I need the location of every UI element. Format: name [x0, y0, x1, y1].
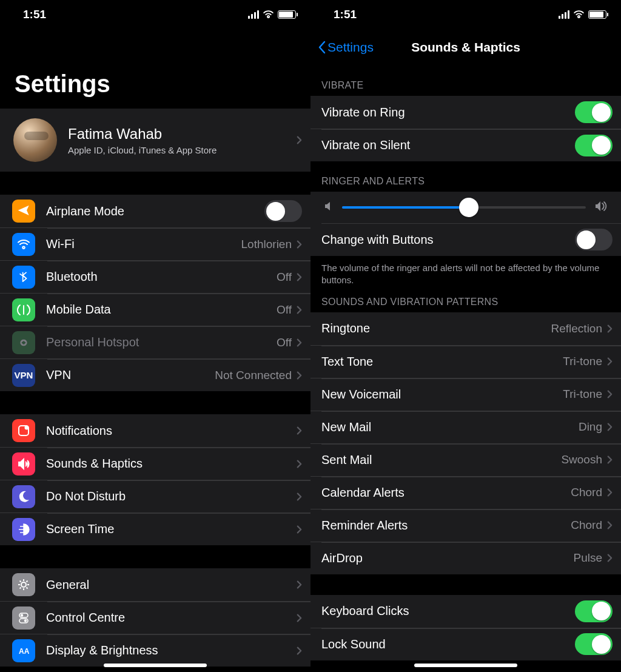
row-keyboard-clicks[interactable]: Keyboard Clicks	[310, 595, 621, 628]
row-ringtone[interactable]: RingtoneReflection	[310, 312, 621, 345]
airplane-mode-toggle[interactable]	[264, 200, 302, 222]
label: Reminder Alerts	[321, 519, 571, 533]
row-sounds-haptics[interactable]: Sounds & Haptics	[0, 447, 310, 480]
label: AirDrop	[321, 551, 573, 565]
lock-sound-toggle[interactable]	[575, 633, 613, 655]
label: Calendar Alerts	[321, 486, 571, 500]
label: Sounds & Haptics	[46, 457, 297, 471]
profile-section: Fatima Wahab Apple ID, iCloud, iTunes & …	[0, 109, 310, 172]
label: New Mail	[321, 420, 579, 434]
value: Reflection	[551, 322, 603, 335]
row-sent-mail[interactable]: Sent MailSwoosh	[310, 443, 621, 476]
row-new-voicemail[interactable]: New VoicemailTri-tone	[310, 378, 621, 411]
row-display-brightness[interactable]: AADisplay & Brightness	[0, 634, 310, 667]
control-centre-icon	[12, 606, 35, 630]
bluetooth-icon	[12, 266, 35, 289]
sounds-haptics-icon	[12, 452, 35, 475]
label: Vibrate on Ring	[321, 106, 575, 119]
label: New Voicemail	[321, 388, 563, 402]
row-personal-hotspot[interactable]: Personal HotspotOff	[0, 326, 310, 358]
row-text-tone[interactable]: Text ToneTri-tone	[310, 345, 621, 378]
label: Vibrate on Silent	[321, 138, 575, 152]
row-general[interactable]: General	[0, 568, 310, 601]
chevron-right-icon	[607, 389, 613, 399]
profile-row[interactable]: Fatima Wahab Apple ID, iCloud, iTunes & …	[0, 109, 310, 172]
label: Display & Brightness	[46, 643, 297, 657]
row-calendar-alerts[interactable]: Calendar AlertsChord	[310, 476, 621, 509]
row-reminder-alerts[interactable]: Reminder AlertsChord	[310, 509, 621, 542]
status-bar: 1:51	[310, 0, 621, 29]
display-brightness-icon: AA	[12, 639, 35, 662]
change-with-buttons-toggle[interactable]	[575, 229, 613, 250]
vibrate-on-ring-toggle[interactable]	[575, 101, 613, 123]
ringer-footer-note: The volume of the ringer and alerts will…	[310, 256, 621, 291]
personal-hotspot-icon	[12, 331, 35, 354]
row-bluetooth[interactable]: BluetoothOff	[0, 260, 310, 293]
system-section: GeneralControl CentreAADisplay & Brightn…	[0, 568, 310, 667]
settings-screen: 1:51 Settings Fatima Wahab Apple ID, iCl…	[0, 0, 310, 672]
row-vibrate-on-silent[interactable]: Vibrate on Silent	[310, 129, 621, 161]
ringer-volume-slider[interactable]	[310, 192, 621, 223]
chevron-right-icon	[607, 455, 613, 465]
label: Do Not Disturb	[46, 489, 297, 503]
row-do-not-disturb[interactable]: Do Not Disturb	[0, 480, 310, 512]
row-lock-sound[interactable]: Lock Sound	[310, 628, 621, 660]
vibrate-on-silent-toggle[interactable]	[575, 135, 613, 156]
change-with-buttons-label: Change with Buttons	[321, 233, 575, 247]
section-header-vibrate: VIBRATE	[310, 66, 621, 96]
wifi-icon	[573, 10, 585, 20]
battery-icon	[588, 10, 606, 19]
section-header-ringer: RINGER AND ALERTS	[310, 161, 621, 192]
row-mobile-data[interactable]: Mobile DataOff	[0, 293, 310, 326]
svg-point-2	[21, 582, 26, 587]
chevron-right-icon	[297, 613, 302, 623]
status-icons	[559, 10, 606, 20]
cellular-icon	[248, 10, 259, 19]
row-airplane-mode[interactable]: Airplane Mode	[0, 195, 310, 227]
row-screen-time[interactable]: Screen Time	[0, 512, 310, 545]
home-indicator[interactable]	[104, 664, 207, 667]
vpn-icon: VPN	[12, 364, 35, 387]
chevron-right-icon	[297, 580, 302, 590]
row-vpn[interactable]: VPNVPNNot Connected	[0, 358, 310, 391]
label: Text Tone	[321, 355, 563, 369]
battery-icon	[278, 10, 296, 19]
row-control-centre[interactable]: Control Centre	[0, 601, 310, 634]
page-title: Settings	[0, 29, 310, 109]
home-indicator[interactable]	[414, 664, 517, 667]
back-button[interactable]: Settings	[318, 40, 374, 55]
label: Mobile Data	[46, 303, 277, 317]
row-wi-fi[interactable]: Wi-FiLothlorien	[0, 227, 310, 260]
label: Airplane Mode	[46, 204, 264, 218]
row-vibrate-on-ring[interactable]: Vibrate on Ring	[310, 96, 621, 129]
slider-track[interactable]	[342, 206, 586, 209]
speaker-low-icon	[324, 201, 334, 214]
change-with-buttons-row[interactable]: Change with Buttons	[310, 223, 621, 256]
label: Ringtone	[321, 321, 551, 335]
value: Off	[277, 270, 292, 284]
value: Lothlorien	[241, 238, 292, 251]
svg-point-6	[24, 619, 27, 622]
value: Ding	[579, 420, 602, 434]
slider-thumb[interactable]	[459, 198, 478, 217]
svg-text:AA: AA	[19, 647, 30, 656]
alerts-section: NotificationsSounds & HapticsDo Not Dist…	[0, 414, 310, 545]
ringer-section: Change with Buttons	[310, 192, 621, 256]
chevron-right-icon	[607, 422, 613, 432]
svg-point-1	[25, 426, 29, 430]
section-header-patterns: SOUNDS AND VIBRATION PATTERNS	[310, 291, 621, 312]
cellular-icon	[559, 10, 569, 19]
speaker-high-icon	[594, 200, 608, 215]
vibrate-section: Vibrate on RingVibrate on Silent	[310, 96, 621, 161]
row-new-mail[interactable]: New MailDing	[310, 411, 621, 443]
keyboard-clicks-toggle[interactable]	[575, 600, 613, 622]
value: Off	[277, 336, 292, 349]
status-icons	[248, 10, 296, 20]
value: Swoosh	[561, 453, 602, 466]
chevron-right-icon	[297, 371, 302, 380]
label: VPN	[46, 368, 215, 382]
row-notifications[interactable]: Notifications	[0, 414, 310, 447]
row-airdrop[interactable]: AirDropPulse	[310, 542, 621, 574]
label: Screen Time	[46, 522, 297, 536]
chevron-right-icon	[297, 426, 302, 435]
